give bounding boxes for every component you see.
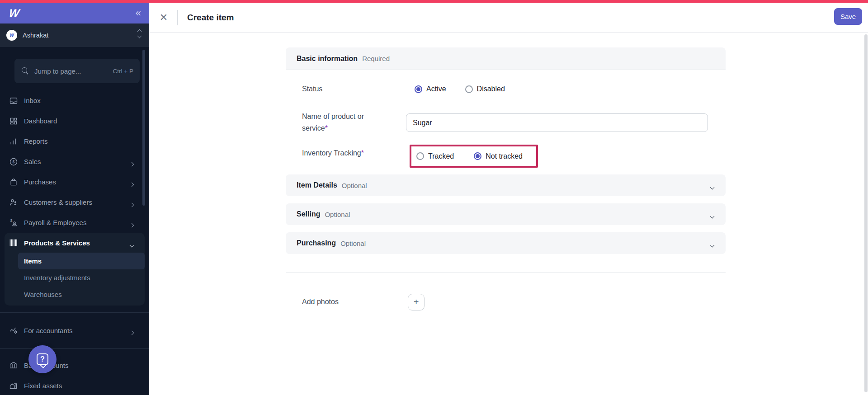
business-name: Ashrakat [23,32,48,39]
chevron-updown-icon [138,30,141,38]
barcode-icon [9,238,19,248]
sidebar-subitem-warehouses[interactable]: Warehouses [5,286,145,303]
sidebar-item-customers-suppliers[interactable]: Customers & suppliers [0,192,149,212]
radio-not-tracked[interactable]: Not tracked [474,152,523,160]
svg-text:$: $ [10,218,13,223]
payroll-icon: $ [9,218,19,228]
inbox-icon [9,96,19,106]
sales-icon: $ [9,157,19,167]
sidebar-item-sales[interactable]: $ Sales [0,151,149,172]
chevron-right-icon [130,328,133,336]
fixed-assets-icon [9,381,19,390]
name-label: Name of product or service* [302,111,374,134]
chevron-down-icon [711,183,714,191]
sidebar-item-inbox[interactable]: Inbox [0,90,149,111]
radio-unselected-icon [416,152,424,160]
help-button[interactable]: ? [28,345,57,373]
avatar: W [6,30,17,41]
sidebar: W « W Ashrakat Jump to page... Ctrl + P … [0,0,149,395]
name-input[interactable] [406,113,708,132]
svg-text:$: $ [12,160,14,164]
sidebar-divider [0,348,149,349]
app-window: W « W Ashrakat Jump to page... Ctrl + P … [0,0,868,395]
sidebar-item-bank-accounts[interactable]: Bank accounts [0,355,149,375]
reports-icon [9,136,19,146]
collapse-sidebar-icon[interactable]: « [136,6,141,20]
chevron-right-icon [130,200,133,208]
sidebar-header: W « [0,3,149,24]
sidebar-item-purchases[interactable]: Purchases [0,172,149,192]
radio-unselected-icon [465,85,473,93]
sidebar-item-for-accountants[interactable]: For accountants [0,320,149,340]
chevron-down-icon [711,212,714,220]
search-shortcut: Ctrl + P [113,68,133,75]
add-photos-label: Add photos [302,296,339,308]
radio-tracked[interactable]: Tracked [416,152,454,160]
close-icon[interactable]: ✕ [158,12,169,23]
purchases-icon [9,177,19,187]
required-asterisk: * [325,124,328,132]
sidebar-item-reports[interactable]: Reports [0,131,149,151]
chevron-right-icon [130,221,133,229]
sidebar-divider [0,312,149,313]
sidebar-subitem-inventory-adjustments[interactable]: Inventory adjustments [5,269,145,286]
main-panel: ✕ Create item Save Basic information Req… [149,3,868,395]
section-item-details[interactable]: Item Details Optional [286,174,726,196]
business-switcher[interactable]: W Ashrakat [0,24,149,47]
accountants-icon [9,325,19,335]
search-placeholder: Jump to page... [34,67,81,75]
section-badge: Required [362,55,390,62]
section-purchasing[interactable]: Purchasing Optional [286,232,726,254]
add-photo-button[interactable]: + [408,294,425,310]
save-button[interactable]: Save [834,8,862,25]
radio-disabled[interactable]: Disabled [465,85,505,93]
chevron-right-icon [130,180,133,188]
status-radio-group: Active Disabled [415,85,505,93]
products-services-group: Products & Services Items Inventory adju… [5,233,145,306]
chevron-right-icon [130,160,133,168]
help-icon: ? [37,353,48,365]
wave-logo-icon[interactable]: W [8,7,20,19]
radio-selected-icon [474,152,481,160]
search-icon [22,67,29,75]
sidebar-item-dashboard[interactable]: Dashboard [0,111,149,131]
section-basic-information: Basic information Required [286,47,726,70]
chevron-down-icon [130,240,133,249]
header-divider [177,10,178,25]
status-label: Status [302,83,322,95]
dashboard-icon [9,116,19,126]
top-accent-bar [0,0,868,3]
bank-icon [9,360,19,370]
content-divider [286,272,726,273]
radio-selected-icon [415,85,422,93]
sidebar-item-products-services[interactable]: Products & Services [5,233,145,253]
main-scrollbar[interactable] [864,34,868,392]
chevron-down-icon [711,240,714,249]
radio-active[interactable]: Active [415,85,446,93]
sidebar-item-payroll-employees[interactable]: $ Payroll & Employees [0,212,149,233]
page-title: Create item [187,13,234,23]
section-selling[interactable]: Selling Optional [286,203,726,225]
jump-to-page-search[interactable]: Jump to page... Ctrl + P [14,59,140,83]
page-header: ✕ Create item Save [149,3,868,33]
sidebar-item-fixed-assets[interactable]: Fixed assets [0,376,149,395]
required-asterisk: * [361,149,364,157]
section-title: Basic information [297,55,358,63]
inventory-tracking-label: Inventory Tracking* [302,147,364,159]
inventory-tracking-highlight-box: Tracked Not tracked [410,145,538,168]
sidebar-subitem-items[interactable]: Items [18,253,145,269]
sidebar-nav: Inbox Dashboard Reports $ Sales [0,90,149,233]
customers-icon [9,198,19,207]
